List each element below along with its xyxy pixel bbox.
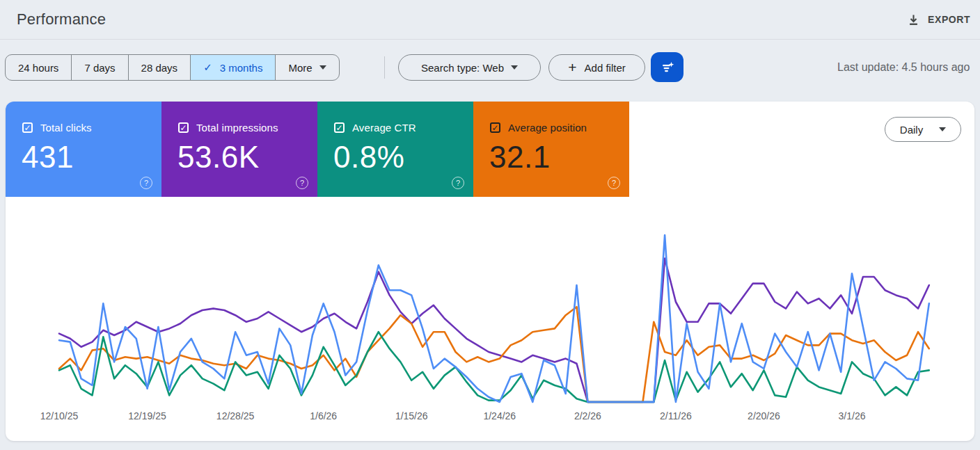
more-ranges-button[interactable]: More [275, 55, 338, 80]
checkbox-average-ctr[interactable] [334, 122, 345, 133]
last-update-text: Last update: 4.5 hours ago [837, 54, 976, 81]
help-icon[interactable] [452, 177, 464, 189]
x-axis-label: 2/20/26 [748, 410, 780, 421]
check-icon: ✓ [203, 61, 212, 74]
metric-tiles: Total clicks 431 Total impressions 53.6K… [6, 102, 974, 197]
date-range-group: 24 hours 7 days 28 days ✓ 3 months More [5, 54, 340, 81]
metric-label: Total impressions [196, 122, 278, 134]
metric-label: Average position [508, 122, 587, 134]
metric-value: 32.1 [489, 140, 551, 175]
metric-tile-total-clicks[interactable]: Total clicks 431 [6, 102, 161, 197]
checkbox-average-position[interactable] [490, 122, 500, 133]
export-label: EXPORT [928, 14, 970, 25]
range-24-hours-button[interactable]: 24 hours [6, 55, 71, 80]
range-3-months-button[interactable]: ✓ 3 months [190, 55, 275, 80]
x-axis-label: 3/1/26 [839, 410, 866, 421]
x-axis-labels: 12/10/2512/19/2512/28/251/6/261/15/261/2… [6, 410, 974, 424]
range-label: 3 months [220, 62, 263, 74]
series-average-ctr [59, 332, 929, 402]
metric-tile-average-position[interactable]: Average position 32.1 [473, 102, 629, 197]
tune-filter-icon [660, 60, 675, 75]
chevron-down-icon [939, 127, 946, 131]
download-icon [907, 13, 920, 26]
metric-label: Average CTR [352, 122, 416, 134]
export-button[interactable]: EXPORT [907, 0, 970, 39]
x-axis-label: 12/19/25 [128, 410, 166, 421]
search-type-label: Search type: Web [421, 62, 504, 74]
page-header: Performance EXPORT [0, 0, 980, 40]
granularity-label: Daily [900, 124, 923, 136]
range-7-days-button[interactable]: 7 days [71, 55, 127, 80]
granularity-dropdown[interactable]: Daily [885, 117, 961, 142]
filters-tune-button[interactable] [651, 52, 683, 82]
checkbox-total-clicks[interactable] [22, 122, 33, 133]
toolbar-divider [384, 56, 385, 79]
x-axis-label: 1/24/26 [483, 410, 516, 421]
metric-value: 0.8% [333, 140, 404, 175]
range-label: 28 days [141, 62, 178, 74]
x-axis-label: 12/28/25 [216, 410, 255, 421]
series-total-clicks [59, 235, 929, 402]
add-filter-button[interactable]: + Add filter [548, 54, 645, 81]
search-type-dropdown[interactable]: Search type: Web [398, 54, 541, 81]
x-axis-label: 12/10/25 [40, 410, 79, 421]
metric-tile-average-ctr[interactable]: Average CTR 0.8% [317, 102, 473, 197]
plus-icon: + [568, 60, 576, 74]
metric-label: Total clicks [40, 122, 92, 134]
metric-tile-total-impressions[interactable]: Total impressions 53.6K [161, 102, 317, 197]
x-axis-label: 2/11/26 [660, 410, 692, 421]
range-label: 7 days [84, 62, 115, 74]
x-axis-label: 2/2/26 [574, 410, 601, 421]
range-label: 24 hours [18, 62, 58, 74]
series-total-impressions [59, 259, 929, 402]
chevron-down-icon [319, 65, 326, 70]
performance-line-chart[interactable] [6, 192, 974, 415]
help-icon[interactable] [296, 177, 308, 189]
x-axis-label: 1/15/26 [395, 410, 428, 421]
metric-value: 53.6K [177, 140, 259, 175]
page-title: Performance [17, 10, 106, 29]
help-icon[interactable] [140, 177, 152, 189]
metric-value: 431 [22, 140, 74, 175]
more-label: More [288, 62, 312, 74]
x-axis-label: 1/6/26 [310, 410, 337, 421]
chevron-down-icon [511, 65, 518, 70]
checkbox-total-impressions[interactable] [178, 122, 189, 133]
add-filter-label: Add filter [585, 62, 626, 74]
help-icon[interactable] [608, 177, 620, 189]
range-28-days-button[interactable]: 28 days [128, 55, 191, 80]
performance-card: Total clicks 431 Total impressions 53.6K… [6, 102, 974, 441]
